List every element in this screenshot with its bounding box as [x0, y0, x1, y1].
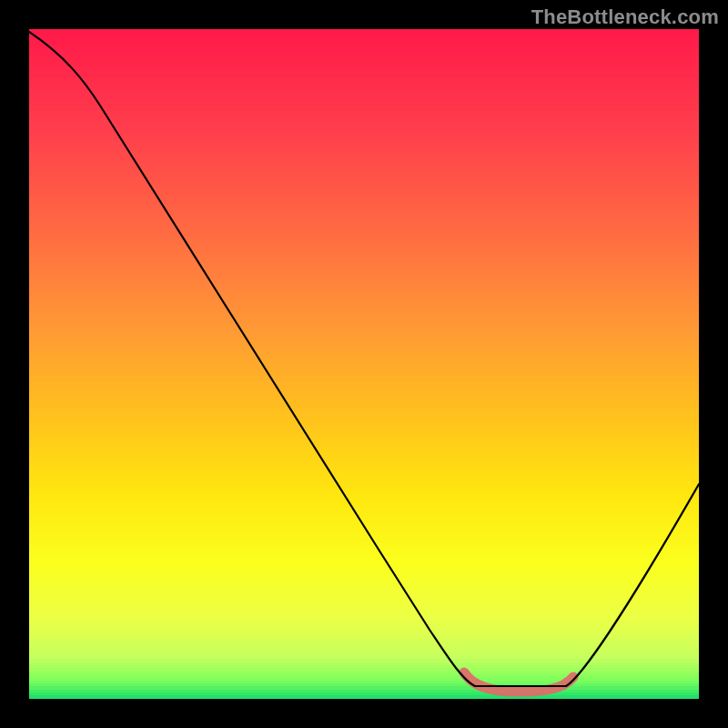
plot-area — [29, 29, 699, 699]
bottleneck-curve — [29, 32, 699, 686]
chart-frame: TheBottleneck.com — [0, 0, 728, 728]
optimal-zone-marker — [464, 672, 573, 692]
watermark-text: TheBottleneck.com — [531, 5, 719, 29]
chart-svg — [29, 29, 699, 699]
